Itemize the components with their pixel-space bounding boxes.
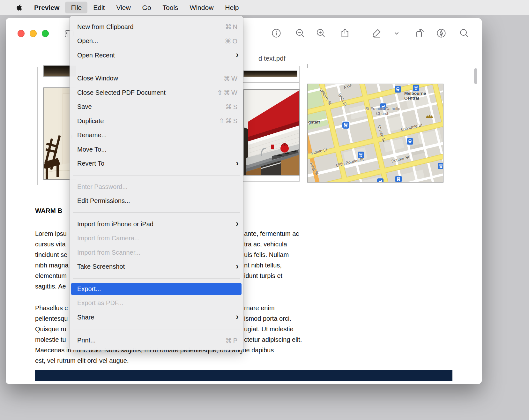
body-text-line: idunt turpis et [244,272,282,280]
submenu-chevron-icon: › [236,50,239,59]
body-text-line: nibh magna [35,261,69,269]
body-text-line: tra ac, vehicula [244,240,287,248]
menu-item-import-camera: Import from Camera... [70,231,243,246]
body-text-line: ctetur adipiscing elit. [244,335,302,344]
menu-item-print[interactable]: Print...⌘P [70,334,243,348]
station-label: gstaff [308,120,320,124]
menu-separator [73,278,240,279]
chevron-down-icon[interactable] [391,27,402,39]
empty-cell-box [307,64,443,68]
body-text-line: nt nibh tellus, [244,261,282,269]
menubar-window[interactable]: Window [184,2,220,13]
body-text-line: ismod porta orci. [244,314,291,323]
annotate-pen-icon[interactable] [436,27,447,39]
menu-bar: Preview File Edit View Go Tools Window H… [0,0,529,15]
menubar-go[interactable]: Go [137,2,157,13]
table-border [243,82,300,83]
vertical-scrollbar[interactable] [474,68,477,84]
body-text-line: Quisque ru [35,325,66,333]
table-border [37,67,38,185]
menu-separator [73,67,240,67]
menu-separator [73,175,240,176]
menu-item-rename[interactable]: Rename... [70,128,243,143]
body-text-line: uis felis. Nullam [244,251,289,259]
menu-item-export[interactable]: Export... [71,283,242,295]
body-text-line: ante, fermentum ac [244,229,299,238]
menubar-file[interactable]: File [65,2,87,13]
file-menu: New from Clipboard⌘N Open...⌘O Open Rece… [70,16,243,350]
menu-item-open[interactable]: Open...⌘O [70,34,243,49]
flagstaff-station-icon [342,121,350,129]
menu-separator [73,329,240,329]
table-border [243,181,300,182]
menu-item-import-iphone-ipad[interactable]: Import from iPhone or iPad› [70,217,243,231]
photo-bottom-strip [243,71,297,77]
body-text-line: tincidunt se [35,251,67,259]
menubar-help[interactable]: Help [219,2,244,13]
menu-item-take-screenshot[interactable]: Take Screenshot› [70,260,243,274]
body-text-line: ugiat. Ut molestie [244,325,294,333]
body-text-line: elementum [35,272,67,280]
body-text-line: Lorem ipsu [35,229,67,238]
body-text-line: pellentesqu [35,314,68,323]
body-text-line: est, vel rutrum elit orci vel augue. [35,356,129,365]
menu-item-import-scanner: Import from Scanner... [70,245,243,260]
menu-item-move-to[interactable]: Move To... [70,142,243,157]
search-icon[interactable] [458,27,470,39]
menubar-edit[interactable]: Edit [87,2,110,13]
body-text-line: Phasellus c [35,304,68,312]
menu-item-new-from-clipboard[interactable]: New from Clipboard⌘N [70,20,243,34]
menu-item-open-recent[interactable]: Open Recent› [70,48,243,63]
submenu-chevron-icon: › [236,159,239,167]
markup-pencil-icon[interactable] [371,27,382,39]
menubar-app-name[interactable]: Preview [28,2,65,13]
rotate-icon[interactable] [414,27,425,39]
transit-station-icon [395,86,401,93]
menu-item-close-selected-pdf[interactable]: Close Selected PDF Document⇧⌘W [70,86,243,100]
transit-station-icon [413,85,419,91]
transit-station-icon [407,138,413,145]
transit-station-icon [377,178,384,183]
menu-item-duplicate[interactable]: Duplicate⇧⌘S [70,114,243,128]
menubar-tools[interactable]: Tools [157,2,184,13]
navy-divider-bar [35,370,452,381]
share-icon[interactable] [339,27,351,39]
zoom-out-icon[interactable] [294,27,306,39]
menu-item-export-as-pdf: Export as PDF... [70,296,243,311]
menu-item-share[interactable]: Share› [70,310,243,325]
station-label: Melbourne Central [404,91,435,101]
submenu-chevron-icon: › [236,312,239,321]
menu-item-close-window[interactable]: Close Window⌘W [70,71,243,86]
body-text-line: molestie tu [35,335,66,344]
poi-label: St Francis Catholic Church [361,106,404,116]
menu-item-save[interactable]: Save⌘S [70,100,243,114]
apple-logo-icon [16,4,22,11]
apple-menu[interactable] [10,2,28,13]
kitchen-photo-art [244,90,299,175]
body-text-line: cursus vita [35,240,66,248]
menu-item-revert-to[interactable]: Revert To› [70,157,243,171]
menubar-view[interactable]: View [110,2,136,13]
zoom-in-icon[interactable] [315,27,327,39]
menu-item-edit-permissions[interactable]: Edit Permissions... [70,194,243,208]
body-text-line: rnare enim [244,304,275,312]
window-title: d text.pdf [258,55,285,62]
toolbar-divider [387,28,387,39]
transit-station-icon [395,176,402,182]
document-heading: WARM B [35,207,62,214]
submenu-chevron-icon: › [236,262,239,270]
menu-separator [73,212,240,213]
submenu-chevron-icon: › [236,219,239,228]
kitchen-photo [243,89,300,176]
menu-item-enter-password: Enter Password... [70,180,243,194]
close-window-button[interactable] [18,30,25,37]
minimize-window-button[interactable] [30,30,37,37]
melbourne-map: William St Wills St A'Be Melbourne Centr… [307,84,443,183]
fullscreen-window-button[interactable] [42,30,49,37]
body-text-line: sagittis. Ae [35,282,66,290]
transit-station-icon [438,163,443,169]
info-icon[interactable] [271,27,282,39]
